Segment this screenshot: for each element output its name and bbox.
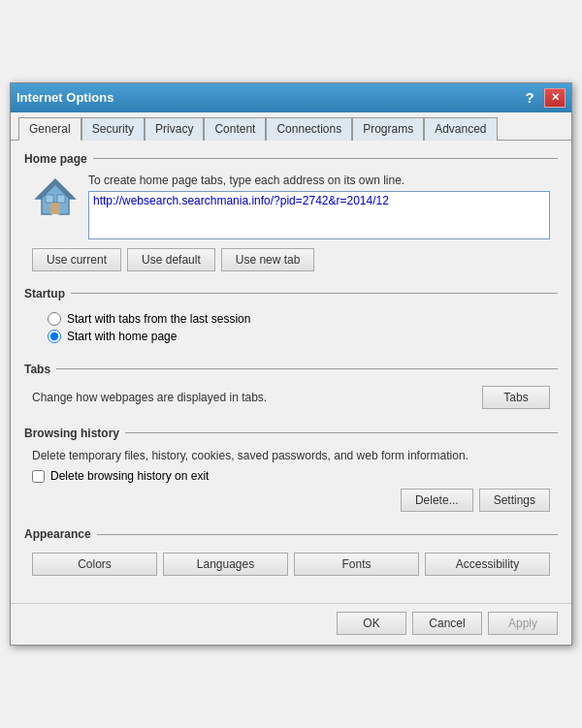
apply-button[interactable]: Apply xyxy=(488,612,558,635)
home-url-scroll xyxy=(88,191,550,242)
home-icon xyxy=(32,174,79,223)
appearance-section: Appearance Colors Languages Fonts Access… xyxy=(24,527,558,580)
startup-tabs-radio[interactable] xyxy=(48,312,61,326)
startup-label: Startup xyxy=(24,287,558,301)
appearance-inner: Colors Languages Fonts Accessibility xyxy=(24,545,558,580)
window-title: Internet Options xyxy=(16,90,113,105)
delete-btn-row: Delete... Settings xyxy=(32,489,550,512)
content-area: Home page To create home xyxy=(11,141,571,604)
startup-inner: Start with tabs from the last session St… xyxy=(24,304,558,351)
svg-rect-2 xyxy=(50,203,60,214)
tabs-section-inner: Change how webpages are displayed in tab… xyxy=(24,380,558,415)
svg-rect-3 xyxy=(46,195,53,203)
delete-button[interactable]: Delete... xyxy=(401,489,473,512)
delete-on-exit-checkbox[interactable] xyxy=(32,470,45,483)
use-new-tab-button[interactable]: Use new tab xyxy=(221,248,315,271)
tab-connections[interactable]: Connections xyxy=(266,117,352,141)
tabs-row: Change how webpages are displayed in tab… xyxy=(32,384,550,411)
tab-security[interactable]: Security xyxy=(81,117,145,141)
home-page-section: Home page To create home xyxy=(24,152,558,275)
fonts-button[interactable]: Fonts xyxy=(294,553,419,576)
startup-option1-row: Start with tabs from the last session xyxy=(48,312,534,326)
startup-home-radio[interactable] xyxy=(48,330,61,343)
browsing-desc: Delete temporary files, history, cookies… xyxy=(32,448,550,464)
browsing-history-label: Browsing history xyxy=(24,427,558,440)
help-button[interactable]: ? xyxy=(519,88,540,108)
home-page-inner: To create home page tabs, type each addr… xyxy=(24,170,558,275)
startup-home-label: Start with home page xyxy=(67,330,177,343)
tab-privacy[interactable]: Privacy xyxy=(145,117,204,141)
ok-button[interactable]: OK xyxy=(337,612,406,635)
startup-tabs-label: Start with tabs from the last session xyxy=(67,312,250,326)
tab-programs[interactable]: Programs xyxy=(352,117,424,141)
browsing-history-section: Browsing history Delete temporary files,… xyxy=(24,427,558,517)
tabs-desc: Change how webpages are displayed in tab… xyxy=(32,391,267,404)
languages-button[interactable]: Languages xyxy=(163,553,288,576)
tab-bar: General Security Privacy Content Connect… xyxy=(11,112,571,141)
delete-on-exit-row: Delete browsing history on exit xyxy=(32,469,550,483)
colors-button[interactable]: Colors xyxy=(32,553,157,576)
cancel-button[interactable]: Cancel xyxy=(412,612,482,635)
browsing-history-inner: Delete temporary files, history, cookies… xyxy=(24,444,558,517)
use-default-button[interactable]: Use default xyxy=(127,248,215,271)
tabs-section: Tabs Change how webpages are displayed i… xyxy=(24,363,558,415)
close-button[interactable]: ✕ xyxy=(544,88,566,108)
home-btn-row: Use current Use default Use new tab xyxy=(32,248,550,271)
svg-rect-4 xyxy=(57,195,65,203)
title-bar: Internet Options ? ✕ xyxy=(11,83,571,112)
tabs-section-label: Tabs xyxy=(24,363,558,376)
accessibility-button[interactable]: Accessibility xyxy=(425,553,550,576)
tabs-button[interactable]: Tabs xyxy=(482,386,550,409)
internet-options-window: Internet Options ? ✕ General Security Pr… xyxy=(10,82,572,647)
tab-general[interactable]: General xyxy=(18,117,81,141)
settings-button[interactable]: Settings xyxy=(479,489,550,512)
dialog-footer: OK Cancel Apply xyxy=(11,603,571,645)
home-url-input[interactable] xyxy=(88,191,550,239)
home-page-row: To create home page tabs, type each addr… xyxy=(32,174,550,242)
home-page-right: To create home page tabs, type each addr… xyxy=(88,174,550,242)
home-page-desc: To create home page tabs, type each addr… xyxy=(88,174,550,187)
title-bar-left: Internet Options xyxy=(16,90,113,105)
startup-option2-row: Start with home page xyxy=(48,330,534,343)
tab-content[interactable]: Content xyxy=(204,117,266,141)
tab-advanced[interactable]: Advanced xyxy=(424,117,497,141)
appearance-btn-row: Colors Languages Fonts Accessibility xyxy=(32,553,550,576)
startup-section: Startup Start with tabs from the last se… xyxy=(24,287,558,351)
appearance-label: Appearance xyxy=(24,527,558,541)
use-current-button[interactable]: Use current xyxy=(32,248,121,271)
delete-on-exit-label: Delete browsing history on exit xyxy=(50,469,209,483)
title-buttons: ? ✕ xyxy=(519,88,566,108)
home-page-label: Home page xyxy=(24,152,558,166)
